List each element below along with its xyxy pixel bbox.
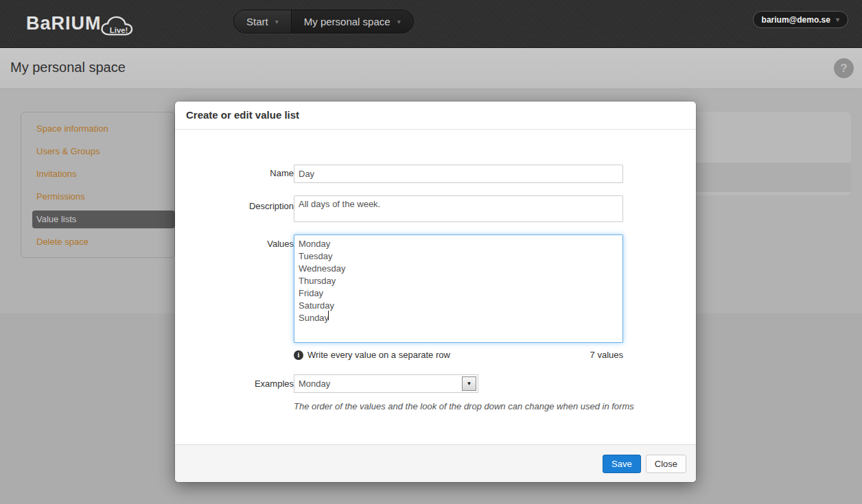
help-button[interactable]: ? xyxy=(834,58,854,78)
name-label: Name xyxy=(184,168,294,178)
cloud-icon: Live! xyxy=(99,15,141,43)
sidebar-item-space-information[interactable]: Space information xyxy=(32,120,174,138)
examples-selected-value: Monday xyxy=(299,379,330,389)
dialog-footer: Save Close xyxy=(175,444,696,482)
sidebar-item-users-groups[interactable]: Users & Groups xyxy=(32,143,174,160)
chevron-down-icon: ▾ xyxy=(397,18,401,25)
dialog-title: Create or edit value list xyxy=(175,101,696,130)
values-hint-row: i Write every value on a separate row 7 … xyxy=(294,350,623,360)
examples-note: The order of the values and the look of … xyxy=(294,401,651,411)
help-icon: ? xyxy=(840,62,847,75)
main-nav: Start ▾ My personal space ▾ xyxy=(233,10,414,34)
chevron-down-icon: ▾ xyxy=(836,16,839,23)
dropdown-arrow-button[interactable]: ▼ xyxy=(462,376,476,391)
sidebar-item-invitations[interactable]: Invitations xyxy=(32,165,174,183)
create-or-edit-value-list-dialog: Create or edit value list Name Descripti… xyxy=(175,101,696,482)
sidebar-item-permissions[interactable]: Permissions xyxy=(32,188,174,206)
values-input[interactable]: Monday Tuesday Wednesday Thursday Friday… xyxy=(294,235,623,343)
chevron-down-icon: ▾ xyxy=(275,18,279,25)
description-input[interactable]: All days of the week. xyxy=(294,195,623,222)
page-header: My personal space ? xyxy=(0,48,862,89)
description-label: Description xyxy=(184,201,294,211)
user-account-menu[interactable]: barium@demo.se ▾ xyxy=(753,11,848,28)
nav-my-personal-space-label: My personal space xyxy=(304,16,391,27)
values-label: Values xyxy=(184,239,294,249)
barium-live-logo: BaRIUM Live! xyxy=(26,10,141,43)
page-title: My personal space xyxy=(10,60,126,75)
nav-my-personal-space-button[interactable]: My personal space ▾ xyxy=(291,10,413,33)
sidebar-item-value-lists[interactable]: Value lists xyxy=(32,211,175,228)
logo-text: BaRIUM xyxy=(26,10,102,37)
close-button[interactable]: Close xyxy=(646,455,686,473)
nav-start-button[interactable]: Start ▾ xyxy=(234,10,291,33)
name-input[interactable] xyxy=(294,165,623,183)
info-icon: i xyxy=(294,350,303,360)
examples-label: Examples xyxy=(184,379,294,389)
dropdown-arrow-icon: ▼ xyxy=(467,381,472,387)
top-navigation-bar: BaRIUM Live! Start ▾ My personal space ▾… xyxy=(0,0,862,48)
text-cursor xyxy=(328,311,329,320)
sidebar-item-delete-space[interactable]: Delete space xyxy=(32,233,174,251)
svg-text:Live!: Live! xyxy=(109,26,128,34)
examples-dropdown[interactable]: Monday ▼ xyxy=(294,374,478,393)
nav-start-label: Start xyxy=(246,16,268,27)
save-button[interactable]: Save xyxy=(603,455,641,473)
user-email-label: barium@demo.se xyxy=(762,15,830,25)
values-count: 7 values xyxy=(590,350,623,360)
space-settings-sidebar: Space information Users & Groups Invitat… xyxy=(21,112,175,258)
values-hint-text: Write every value on a separate row xyxy=(307,350,450,360)
